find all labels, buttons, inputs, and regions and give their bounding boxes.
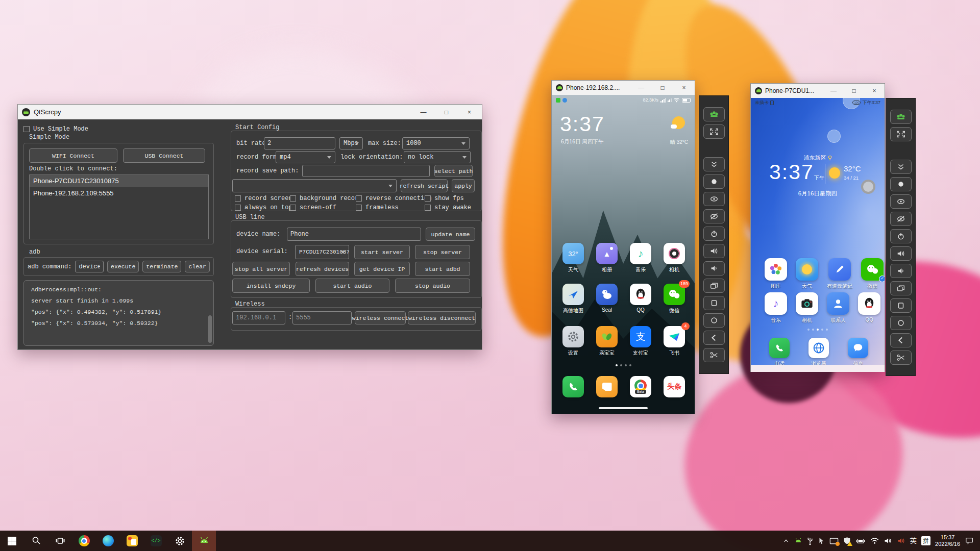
start-audio-button[interactable]: start audio [315,279,389,293]
toolbar-screen-off-button[interactable] [890,212,912,226]
phone2-titlebar[interactable]: Phone-P7CDU1... — □ × [751,84,885,98]
toolbar-power-button[interactable] [703,227,725,241]
terminate-button[interactable]: terminate [142,261,181,272]
taskbar-dev-tools[interactable]: </> [144,531,168,551]
toolbar-group-control-button[interactable] [890,110,912,124]
screen-off-checkbox[interactable] [290,205,296,211]
device-name-input[interactable] [287,228,421,241]
toolbar-group-control-button[interactable] [703,107,725,121]
taskbar-clock[interactable]: 15:37 2022/6/16 [935,534,960,547]
apply-button[interactable]: apply [452,179,475,192]
toolbar-menu-button[interactable] [890,298,912,313]
taskbar-qtscrcpy-active[interactable] [192,531,216,551]
app-gallery[interactable]: 图库 [765,258,787,290]
app-camera[interactable]: 相机 [664,243,685,273]
app-music[interactable]: ♪ 音乐 [630,243,651,273]
maximize-button[interactable]: □ [652,81,673,95]
app-qinbaobao[interactable]: 亲宝宝 [596,326,618,357]
close-button[interactable]: × [458,105,481,119]
app-camera[interactable]: 相机 [796,292,818,324]
device-list-item[interactable]: Phone-192.168.2.109:5555 [30,187,208,199]
toolbar-screen-on-button[interactable] [703,192,725,206]
dock-messages[interactable] [596,376,618,397]
phone2-screen[interactable]: 未插卡 100 下午3:37 浦东新区 ⚲ 3:37 下午 32°C 34 / … [751,98,885,372]
minimize-button[interactable]: — [412,105,435,119]
wireless-connect-button[interactable]: wireless connect [355,311,406,324]
use-simple-mode-checkbox[interactable] [23,126,30,132]
qtscrcpy-titlebar[interactable]: QtScrcpy — □ × [18,105,482,119]
dock-toutiao[interactable]: 头条 [664,376,685,397]
device-list-item[interactable]: Phone-P7CDU17C23010875 [30,175,208,187]
taskbar-yellow-app[interactable] [120,531,144,551]
bit-rate-input[interactable] [264,137,335,149]
app-gallery[interactable]: ▲ 相册 [596,243,618,273]
wifi-icon[interactable] [870,537,879,544]
toolbar-back-button[interactable] [703,331,725,345]
background-record-checkbox[interactable] [290,195,296,202]
toolbar-app-switch-button[interactable] [890,281,912,295]
app-seal[interactable]: Seal [596,284,618,314]
app-settings[interactable]: 设置 [562,326,584,357]
home-indicator[interactable] [599,407,648,409]
app-alipay[interactable]: 支 支付宝 [630,326,651,357]
app-wechat[interactable]: ✓ 微信 [861,258,884,290]
toolbar-volume-up-button[interactable] [703,244,725,258]
wireless-ip-input[interactable] [232,311,285,324]
usb-connect-button[interactable]: USB Connect [123,148,205,163]
app-wechat[interactable]: 189 微信 [664,284,685,314]
tray-android-icon[interactable] [794,537,802,545]
app-amap[interactable]: 高德地图 [562,284,584,314]
toolbar-touch-button[interactable] [703,174,725,189]
toolbar-volume-down-button[interactable] [703,261,725,276]
get-device-ip-button[interactable]: get device IP [354,262,410,276]
frameless-checkbox[interactable] [356,205,362,211]
select-path-button[interactable]: select path [434,165,473,177]
toolbar-volume-down-button[interactable] [890,264,912,278]
search-button[interactable] [24,531,48,551]
log-scrollbar[interactable] [208,315,212,343]
script-dropdown[interactable] [232,179,397,192]
toolbar-fullscreen-button[interactable] [703,124,725,139]
refresh-devices-button[interactable]: refresh devices [296,262,349,276]
usb-icon[interactable] [807,537,813,545]
task-view-button[interactable] [48,531,72,551]
always-on-top-checkbox[interactable] [235,205,241,211]
stop-server-button[interactable]: stop server [415,245,470,259]
close-button[interactable]: × [864,84,885,98]
app-weather[interactable]: 32° 天气 [562,243,584,273]
security-shield-icon[interactable] [843,537,851,545]
ime-mode-indicator[interactable]: 拼 [921,536,930,545]
record-format-dropdown[interactable]: mp4 [276,151,335,163]
red-volume-icon[interactable] [897,537,905,544]
update-name-button[interactable]: update name [426,228,475,241]
minimize-button[interactable]: — [823,84,844,98]
app-qq[interactable]: QQ [858,292,880,324]
start-adbd-button[interactable]: start adbd [415,262,470,276]
max-size-dropdown[interactable]: 1080 [402,137,470,149]
close-button[interactable]: × [673,81,695,95]
phone1-screen[interactable]: 82.3K/s 3:37 6月16日 周四下午 晴 32°C 32° 天气 [552,95,695,414]
assistive-ball[interactable] [861,180,875,194]
bit-rate-unit-dropdown[interactable]: Mbps [339,137,363,149]
toolbar-app-switch-button[interactable] [703,279,725,293]
lock-orientation-dropdown[interactable]: no lock [404,151,471,163]
toolbar-home-button[interactable] [703,313,725,328]
refresh-script-button[interactable]: refresh script [401,179,448,192]
taskbar-edge[interactable] [96,531,120,551]
dock-messages[interactable]: 信息 [848,338,868,367]
toolbar-touch-button[interactable] [890,177,912,191]
maximize-button[interactable]: □ [435,105,458,119]
record-save-path-input[interactable] [302,165,430,177]
speaker-icon[interactable] [884,537,892,544]
toolbar-expand-notification-button[interactable] [703,157,725,171]
toolbar-menu-button[interactable] [703,296,725,310]
minimize-button[interactable]: — [630,81,652,95]
toolbar-screen-off-button[interactable] [703,209,725,223]
record-screen-checkbox[interactable] [235,195,241,202]
toolbar-volume-up-button[interactable] [890,246,912,261]
taskbar-chrome[interactable] [72,531,96,551]
adb-command-input[interactable] [75,261,104,272]
toolbar-back-button[interactable] [890,333,912,347]
wireless-port-input[interactable] [292,311,352,324]
show-fps-checkbox[interactable] [425,195,431,202]
